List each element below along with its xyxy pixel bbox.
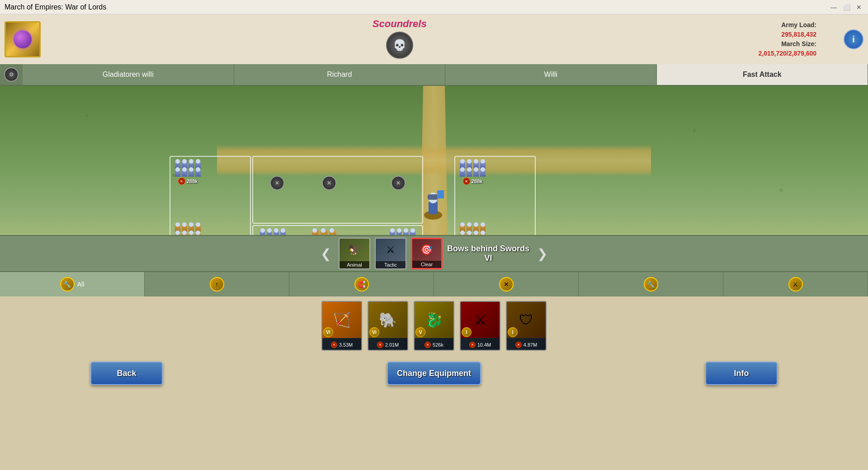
filter-defense-icon: 🧲 (354, 277, 369, 291)
titlebar-controls: — ⬜ ✕ (829, 3, 863, 12)
soldier (390, 230, 395, 235)
tab-fast-attack[interactable]: Fast Attack (657, 64, 868, 85)
troop-card-1-info: ✕ 3.53M (322, 338, 361, 351)
soldier (480, 169, 486, 177)
soldier (260, 230, 265, 235)
troop-card-1-image: 🏹 VI (322, 302, 361, 338)
troop-card-5-info: ✕ 4.87M (507, 338, 546, 351)
filter-defense[interactable]: 🧲 (289, 272, 434, 296)
march-title: Scoundrels (41, 18, 759, 30)
slot-btn-3[interactable]: ✕ (391, 176, 406, 190)
troop-center-bm: ★ 266k (312, 230, 336, 235)
troop-card-5-count: 4.87M (524, 342, 538, 348)
troop-left-bottom: ★ 288k (175, 225, 201, 235)
restore-button[interactable]: ⬜ (842, 3, 851, 12)
info-corner-button[interactable]: i (844, 29, 863, 49)
tactic-card-tactic[interactable]: ⚔ Tactic (375, 238, 406, 269)
soldier (195, 233, 201, 235)
svg-rect-3 (428, 194, 438, 200)
info-button[interactable]: Info (705, 362, 778, 385)
troop-card-3-image: 🐉 V (415, 302, 453, 338)
troop-right-top: ✕ 288k (460, 161, 486, 185)
tactic-card-clear[interactable]: 🎯 Clear (411, 238, 443, 269)
change-equipment-button[interactable]: Change Equipment (387, 362, 481, 385)
filter-type2[interactable]: ⚔ (723, 272, 868, 296)
filter-type2-icon: ⚔ (788, 277, 803, 291)
tactic-formation-name: Bows behind Swords VI (447, 244, 529, 263)
tactic-prev-button[interactable]: ❮ (318, 245, 334, 262)
battlefield: ✕ 288k ★ 288k ✕ (0, 86, 868, 235)
filter-misc[interactable]: ✕ (434, 272, 579, 296)
soldier (473, 169, 479, 177)
soldier (195, 169, 201, 177)
tab-gladiatoren[interactable]: Gladiatoren willi (23, 64, 234, 85)
troop-badge: ✕ 288k (178, 178, 198, 185)
soldier (467, 233, 472, 235)
soldier (312, 230, 319, 235)
troop-right-bottom: ✕ 288k (460, 225, 486, 235)
troop-card-2-count: 2.01M (385, 342, 399, 348)
slot-btn-1[interactable]: ✕ (270, 176, 284, 190)
back-button[interactable]: Back (90, 362, 163, 385)
soldier (480, 233, 486, 235)
tactic-animal-image: 🦅 (340, 239, 369, 261)
troop-card-2-level: VI (369, 327, 379, 337)
soldier (321, 230, 328, 235)
tab-richard[interactable]: Richard (234, 64, 446, 85)
formation-zone-center-bottom: ✕ 288k ★ 266k (252, 225, 423, 235)
troop-card-4-info: ✕ 10.4M (461, 338, 500, 351)
tab-settings-icon[interactable]: ⚙ (4, 67, 19, 82)
troop-card-5[interactable]: 🛡 I ✕ 4.87M (506, 301, 547, 351)
troop-center-br: ✕ 288k (390, 230, 415, 235)
tactic-tactic-label: Tactic (376, 261, 406, 268)
troop-card-1[interactable]: 🏹 VI ✕ 3.53M (321, 301, 362, 351)
troop-card-4[interactable]: ⚔ I ✕ 10.4M (460, 301, 500, 351)
tactic-bar: ❮ 🦅 Animal ⚔ Tactic 🎯 Clear Bows behind … (0, 235, 868, 271)
troop-card-3[interactable]: 🐉 V ✕ 526k (414, 301, 454, 351)
soldier (460, 169, 465, 177)
troop-card-2-badge: ✕ (377, 342, 383, 348)
troop-count: 288k (187, 179, 198, 184)
tactic-tactic-image: ⚔ (376, 239, 406, 261)
tab-willi[interactable]: Willi (445, 64, 657, 85)
filter-all[interactable]: 🔧 All (0, 272, 145, 296)
soldier (403, 230, 409, 235)
filter-type1[interactable]: 🔧 (579, 272, 723, 296)
tactic-next-button[interactable]: ❯ (534, 245, 550, 262)
center-title: Scoundrels 💀 (41, 18, 759, 61)
troop-card-2[interactable]: 🐘 VI ✕ 2.01M (368, 301, 408, 351)
troop-badge: ✕ 288k (463, 178, 482, 185)
filter-type1-icon: 🔧 (644, 277, 658, 291)
soldier (460, 233, 465, 235)
troop-card-1-level: VI (323, 327, 333, 337)
tactic-card-animal[interactable]: 🦅 Animal (339, 238, 370, 269)
army-load-label: Army Load: (781, 21, 816, 28)
tab-bar: ⚙ Gladiatoren willi Richard Willi Fast A… (0, 64, 868, 86)
troop-card-3-count: 526k (433, 342, 443, 348)
filter-attack-icon: ↑ (210, 277, 224, 291)
filter-attack[interactable]: ↑ (145, 272, 289, 296)
player-avatar[interactable] (5, 21, 41, 57)
soldier (267, 230, 272, 235)
filter-all-icon: 🔧 (60, 277, 75, 291)
minimize-button[interactable]: — (829, 3, 838, 12)
troop-badge-icon: ✕ (463, 178, 470, 185)
slot-btn-2[interactable]: ✕ (322, 176, 336, 190)
tactic-animal-label: Animal (340, 261, 369, 268)
troop-card-4-level: I (462, 327, 472, 337)
soldier (274, 230, 279, 235)
army-info: Army Load: 295,818,432 March Size: 2,015… (759, 20, 844, 58)
tab-icon-area: ⚙ (0, 64, 23, 85)
troops-section: 🏹 VI ✕ 3.53M 🐘 VI ✕ 2.01M 🐉 V ✕ 526k ⚔ (0, 296, 868, 355)
svg-rect-1 (429, 202, 438, 214)
troop-card-4-badge: ✕ (469, 342, 476, 348)
troop-card-3-badge: ✕ (425, 342, 431, 348)
troop-card-4-count: 10.4M (477, 342, 491, 348)
troop-card-3-info: ✕ 526k (415, 338, 453, 351)
troop-card-1-badge: ✕ (331, 342, 337, 348)
close-button[interactable]: ✕ (854, 3, 863, 12)
troop-card-2-image: 🐘 VI (368, 302, 407, 338)
troop-center-bl: ✕ 288k (260, 230, 286, 235)
troop-badge-icon: ✕ (178, 178, 185, 185)
soldier (189, 233, 194, 235)
